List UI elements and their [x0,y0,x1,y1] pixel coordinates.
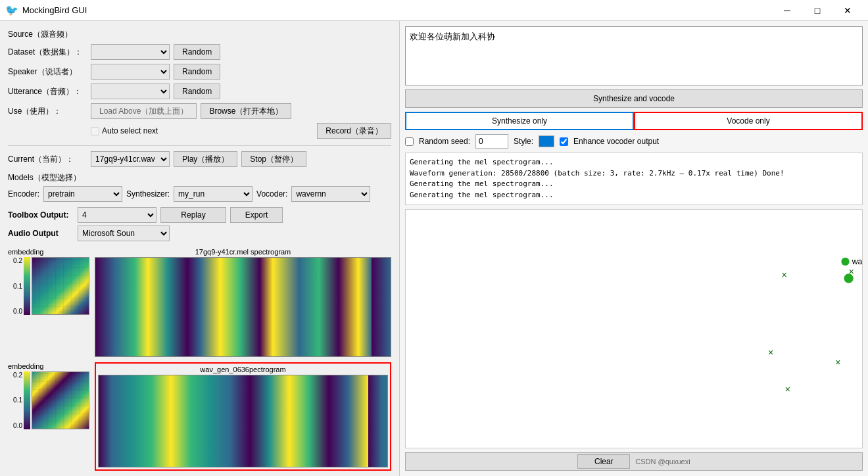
spectrogram-block-2: wav_gen_0636pectrogram [95,362,391,471]
scatter-x-4: × [835,357,840,368]
dataset-select[interactable] [91,44,170,60]
synthesizer-label: Synthesizer: [126,189,170,199]
right-panel: 欢迎各位萌新加入科协 Synthesize and vocode Synthes… [400,21,868,476]
clear-button[interactable]: Clear [577,454,630,469]
use-label: Use（使用）： [8,106,87,117]
log-area: Generating the mel spectrogram... Wavefo… [405,153,863,205]
source-label: Source（源音频） [8,29,391,40]
text-input[interactable]: 欢迎各位萌新加入科协 [405,26,863,85]
auto-select-checkbox[interactable] [91,127,99,135]
current-row: Current（当前）： 17gq9-y41cr.wav Play（播放） St… [8,151,391,167]
dataset-random-button[interactable]: Random [174,44,220,60]
spectrogram-block-1: 17gq9-y41cr.mel spectrogram [95,248,391,357]
auto-record-row: Auto select next Record（录音） [8,123,391,139]
vocoder-select[interactable]: wavernn [291,186,370,202]
colorbar2-mid: 0.1 [13,396,22,404]
dataset-row: Dataset（数据集）： Random [8,44,391,60]
spec2-title: wav_gen_0636pectrogram [98,366,388,373]
log-line-4: Generating the mel spectrogram... [410,190,858,201]
spec1-title: 17gq9-y41cr.mel spectrogram [95,248,391,256]
random-seed-label: Random seed: [419,137,470,146]
seed-input[interactable]: 0 [475,134,508,149]
left-panel: Source（源音频） Dataset（数据集）： Random Speaker… [0,21,400,476]
embed2-label: embedding [8,362,43,370]
embedding-block-2: embedding 0.2 0.1 0.0 [8,362,89,471]
options-row: Random seed: 0 Style: Enhance vocoder ou… [405,134,863,149]
vocode-only-button[interactable]: Vocode only [634,112,863,130]
style-color-swatch [539,135,554,147]
scatter-svg: × × × × × wav [406,210,862,448]
audio-output-row: Audio Output Microsoft Soun [8,226,391,241]
embed1-label: embedding [8,248,43,256]
record-button[interactable]: Record（录音） [317,123,391,139]
log-line-1: Generating the mel spectrogram... [410,157,858,168]
current-label: Current（当前）： [8,154,87,165]
close-button[interactable]: ✕ [832,0,863,21]
embedding-block-1: embedding 0.2 0.1 0.0 [8,248,89,357]
encoder-row: Encoder: pretrain Synthesizer: my_run Vo… [8,186,391,202]
app-title: MockingBird GUI [22,5,87,15]
random-seed-checkbox[interactable] [405,137,414,146]
toolbox-label: Toolbox Output: [8,210,74,220]
auto-select-row: Auto select next [91,126,158,135]
models-label: Models（模型选择） [8,172,391,183]
minimize-button[interactable]: ─ [772,0,802,21]
synth-vocode-button[interactable]: Synthesize and vocode [405,89,863,108]
log-line-2: Waveform generation: 28500/28800 (batch … [410,168,858,179]
app-icon: 🐦 [5,4,18,16]
scatter-dot-1 [844,274,853,283]
main-content: Source（源音频） Dataset（数据集）： Random Speaker… [0,21,868,476]
current-file-select[interactable]: 17gq9-y41cr.wav [91,151,170,167]
encoder-label: Encoder: [8,189,39,199]
scatter-x-1: × [782,270,787,280]
log-line-3: Generating the mel spectrogram... [410,179,858,190]
audio-output-label: Audio Output [8,229,74,238]
audio-output-select[interactable]: Microsoft Soun [78,226,170,241]
csdn-label: CSDN @quxuexi [635,458,690,465]
enhance-vocoder-label: Enhance vocoder output [573,137,659,146]
utterance-select[interactable] [91,83,170,99]
encoder-select[interactable]: pretrain [43,186,122,202]
scatter-x-5: × [785,384,790,394]
colorbar2-top: 0.2 [13,371,22,379]
enhance-vocoder-checkbox[interactable] [560,137,568,146]
utterance-label: Utterance（音频）： [8,86,87,97]
synth-only-button[interactable]: Synthesize only [405,112,634,130]
stop-button[interactable]: Stop（暂停） [241,151,306,167]
synth-vocode-row: Synthesize only Vocode only [405,112,863,130]
viz-area-2: embedding 0.2 0.1 0.0 wav_gen_0636pectro… [8,362,391,471]
embedding-grid-2 [32,371,89,429]
spec1-img [95,257,391,357]
embedding-grid-1 [32,257,89,315]
toolbox-row: Toolbox Output: 4 Replay Export [8,207,391,223]
synthesizer-select[interactable]: my_run [174,186,253,202]
titlebar-controls: ─ □ ✕ [772,0,863,21]
clear-bar: Clear CSDN @quxuexi [405,452,863,471]
speaker-random-button[interactable]: Random [174,64,220,80]
colorbar1-top: 0.2 [13,257,22,264]
titlebar: 🐦 MockingBird GUI ─ □ ✕ [0,0,868,21]
dataset-label: Dataset（数据集）： [8,47,87,58]
scatter-x-3: × [768,347,773,358]
legend-text: wav [852,257,862,266]
colorbar2-bot: 0.0 [13,422,22,429]
viz-area-1: embedding 0.2 0.1 0.0 17gq9-y41cr.mel sp… [8,248,391,357]
browse-button[interactable]: Browse（打开本地） [201,103,291,119]
replay-button[interactable]: Replay [160,207,226,223]
speaker-row: Speaker（说话者） Random [8,64,391,80]
auto-select-label: Auto select next [102,126,158,135]
vocoder-label: Vocoder: [256,189,287,199]
speaker-select[interactable] [91,64,170,80]
utterance-random-button[interactable]: Random [174,83,220,99]
toolbox-select[interactable]: 4 [78,207,157,223]
colorbar1-bot: 0.0 [13,308,22,315]
export-button[interactable]: Export [230,207,283,223]
spec2-img [98,375,388,468]
style-label: Style: [514,137,533,146]
colorbar1-mid: 0.1 [13,283,22,290]
maximize-button[interactable]: □ [802,0,832,21]
play-button[interactable]: Play（播放） [174,151,237,167]
divider-1 [8,145,391,146]
load-above-button[interactable]: Load Above（加载上面） [91,103,197,119]
titlebar-left: 🐦 MockingBird GUI [5,4,87,16]
